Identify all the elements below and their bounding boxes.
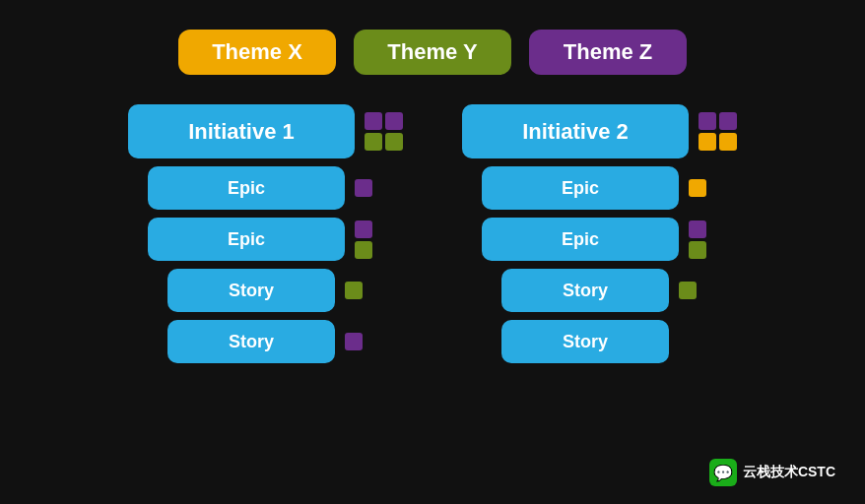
epic-2-2-squares (689, 220, 727, 259)
epic-1-1-squares (355, 179, 372, 197)
theme-z-badge: Theme Z (529, 30, 687, 75)
initiative-2-box: Initiative 2 (462, 104, 689, 158)
main-container: Theme X Theme Y Theme Z Initiative 1 (0, 0, 865, 504)
epic-2-1-row: Epic (462, 166, 737, 210)
square-purple (719, 112, 737, 130)
square-green (345, 282, 363, 299)
square-yellow (699, 133, 716, 151)
themes-row: Theme X Theme Y Theme Z (178, 30, 687, 75)
watermark: 💬 云栈技术CSTC (709, 459, 835, 486)
story-1-1-box: Story (167, 269, 335, 312)
story-2-1-box: Story (501, 269, 669, 312)
initiatives-row: Initiative 1 Epic (128, 104, 737, 371)
theme-x-badge: Theme X (178, 30, 336, 75)
story-1-1-row: Story (128, 269, 403, 312)
square-green (365, 133, 382, 151)
initiative-1-box: Initiative 1 (128, 104, 355, 158)
epic-1-1-box: Epic (148, 166, 345, 210)
epic-1-2-squares (355, 220, 393, 259)
square-purple (365, 112, 382, 130)
initiative-2-squares (699, 112, 737, 151)
square-purple (355, 179, 372, 197)
square-purple (355, 220, 372, 238)
square-green (679, 282, 697, 299)
square-green (385, 133, 403, 151)
epic-1-2-row: Epic (128, 218, 403, 261)
square-yellow (689, 179, 706, 197)
story-1-2-row: Story (128, 320, 403, 363)
initiative-2-row: Initiative 2 (462, 104, 737, 158)
story-2-2-row: Story (462, 320, 737, 363)
epic-1-2-box: Epic (148, 218, 345, 261)
story-2-1-squares (679, 282, 697, 299)
epic-2-2-row: Epic (462, 218, 737, 261)
square-green (355, 241, 372, 259)
story-1-2-box: Story (167, 320, 335, 363)
epic-2-1-squares (689, 179, 706, 197)
initiative-2-column: Initiative 2 Epic (462, 104, 737, 371)
epic-2-1-box: Epic (482, 166, 679, 210)
square-yellow (719, 133, 737, 151)
initiative-1-squares (365, 112, 403, 151)
square-green (689, 241, 706, 259)
epic-2-2-box: Epic (482, 218, 679, 261)
theme-y-badge: Theme Y (354, 30, 511, 75)
story-2-1-row: Story (462, 269, 737, 312)
watermark-icon: 💬 (709, 459, 737, 486)
story-2-2-box: Story (501, 320, 669, 363)
epic-1-1-row: Epic (128, 166, 403, 210)
square-purple (699, 112, 716, 130)
initiative-1-row: Initiative 1 (128, 104, 403, 158)
square-purple (689, 220, 706, 238)
square-purple (385, 112, 403, 130)
square-purple (345, 333, 363, 350)
story-1-2-squares (345, 333, 363, 350)
initiative-1-column: Initiative 1 Epic (128, 104, 403, 371)
story-1-1-squares (345, 282, 363, 299)
